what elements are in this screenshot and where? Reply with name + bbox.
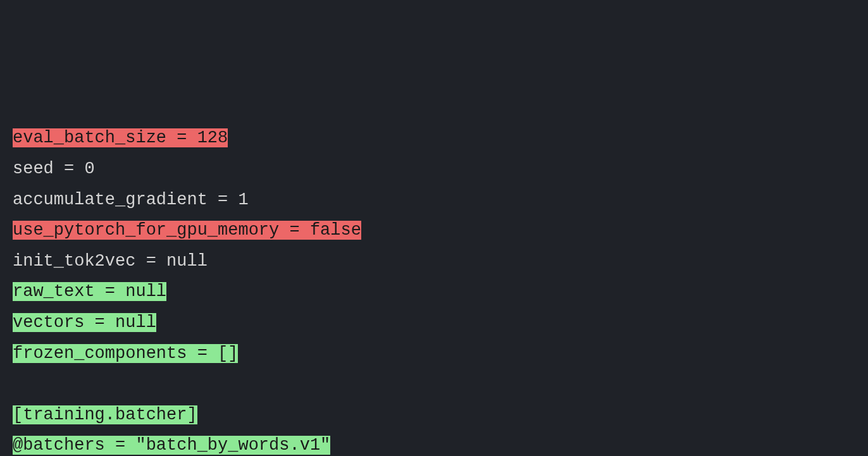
code-segment: eval_batch_size = 128: [13, 128, 228, 147]
code-segment: use_pytorch_for_gpu_memory = false: [13, 221, 361, 240]
code-line: eval_batch_size = 128: [13, 123, 855, 154]
code-segment: [training.batcher]: [13, 405, 197, 424]
code-segment: raw_text = null: [13, 282, 166, 301]
code-diff-view: eval_batch_size = 128seed = 0accumulate_…: [13, 123, 855, 456]
code-segment: @batchers = "batch_by_words.v1": [13, 436, 330, 455]
code-line: init_tok2vec = null: [13, 246, 855, 277]
code-segment: vectors = null: [13, 313, 156, 332]
code-segment: frozen_components = []: [13, 344, 238, 363]
code-line: accumulate_gradient = 1: [13, 185, 855, 216]
code-line: frozen_components = []: [13, 338, 855, 369]
code-line: [13, 369, 855, 400]
code-line: raw_text = null: [13, 276, 855, 307]
code-segment: init_tok2vec = null: [13, 252, 208, 271]
code-line: @batchers = "batch_by_words.v1": [13, 430, 855, 456]
code-line: [training.batcher]: [13, 400, 855, 431]
code-segment: seed = 0: [13, 159, 95, 178]
code-line: vectors = null: [13, 307, 855, 338]
code-segment: accumulate_gradient = 1: [13, 190, 249, 209]
code-line: seed = 0: [13, 154, 855, 185]
code-line: use_pytorch_for_gpu_memory = false: [13, 215, 855, 246]
